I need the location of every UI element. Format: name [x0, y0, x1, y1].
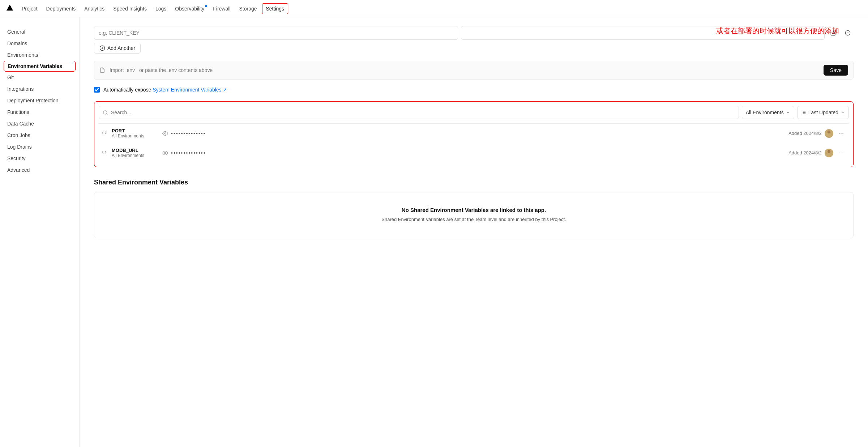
svg-point-15: [828, 131, 830, 133]
sidebar-item-general[interactable]: General: [0, 26, 79, 38]
env-vars-box: All Environments: [94, 101, 854, 167]
import-paste-label: or paste the .env contents above: [139, 67, 213, 73]
var-value-dots-port: ••••••••••••••: [171, 131, 206, 136]
nav-settings[interactable]: Settings: [262, 3, 288, 14]
nav-project[interactable]: Project: [18, 4, 41, 14]
sidebar-item-security[interactable]: Security: [0, 153, 79, 164]
var-name-port: PORT: [112, 128, 159, 133]
code-icon-modb: [102, 150, 107, 156]
svg-point-18: [828, 150, 830, 153]
var-name-modb: MODB_URL: [112, 148, 159, 153]
svg-point-6: [103, 110, 107, 114]
env-filter-dropdown[interactable]: All Environments: [742, 106, 794, 119]
sidebar-item-git[interactable]: Git: [0, 72, 79, 83]
eye-icon-port[interactable]: [162, 131, 168, 136]
file-icon: [99, 67, 105, 73]
svg-point-17: [164, 152, 166, 154]
nav-speed-insights[interactable]: Speed Insights: [110, 4, 150, 14]
remove-button[interactable]: [842, 27, 854, 39]
avatar-port: [825, 129, 833, 138]
edit-button[interactable]: [828, 27, 839, 39]
nav-firewall[interactable]: Firewall: [209, 4, 234, 14]
shared-env-box: No Shared Environment Variables are link…: [94, 192, 854, 238]
shared-empty-title: No Shared Environment Variables are link…: [103, 207, 845, 213]
logo: [6, 4, 14, 13]
sidebar: General Domains Environments Environment…: [0, 17, 80, 447]
main-content: Add Another Import .env or paste the .en…: [80, 17, 868, 447]
code-icon-port: [102, 130, 107, 136]
sidebar-item-cron-jobs[interactable]: Cron Jobs: [0, 129, 79, 141]
var-value-col-port: ••••••••••••••: [162, 131, 785, 136]
var-menu-modb[interactable]: ···: [836, 149, 846, 157]
plus-icon: [99, 45, 105, 51]
nav-observability[interactable]: Observability: [171, 4, 208, 14]
svg-marker-0: [7, 5, 13, 11]
sidebar-item-integrations[interactable]: Integrations: [0, 83, 79, 95]
var-env-modb: All Environments: [112, 153, 159, 158]
nav-storage[interactable]: Storage: [235, 4, 260, 14]
var-value-col-modb: ••••••••••••••: [162, 150, 785, 156]
chevron-down-icon-2: [841, 110, 845, 115]
svg-line-7: [106, 114, 107, 115]
sidebar-item-functions[interactable]: Functions: [0, 106, 79, 118]
sidebar-item-data-cache[interactable]: Data Cache: [0, 118, 79, 129]
sort-icon: [801, 110, 806, 115]
checkbox-label: Automatically expose System Environment …: [103, 87, 227, 93]
sidebar-item-domains[interactable]: Domains: [0, 38, 79, 49]
shared-env-section: Shared Environment Variables No Shared E…: [94, 179, 854, 238]
var-added-port: Added 2024/8/2: [788, 131, 822, 136]
var-row-port: PORT All Environments •••••••••••••• Add…: [99, 123, 849, 143]
nav-deployments[interactable]: Deployments: [43, 4, 80, 14]
layout: General Domains Environments Environment…: [0, 17, 868, 447]
sidebar-item-advanced[interactable]: Advanced: [0, 164, 79, 176]
system-env-vars-link[interactable]: System Environment Variables ↗: [153, 87, 227, 93]
search-filter-row: All Environments: [99, 106, 849, 119]
svg-point-16: [826, 135, 832, 138]
main-inner: Add Another Import .env or paste the .en…: [94, 26, 854, 238]
sidebar-item-deployment-protection[interactable]: Deployment Protection: [0, 95, 79, 106]
var-name-col-modb: MODB_URL All Environments: [112, 148, 159, 158]
svg-point-19: [826, 154, 832, 157]
svg-point-14: [164, 133, 166, 134]
auto-expose-checkbox[interactable]: [94, 87, 100, 93]
avatar-modb: [825, 149, 833, 157]
import-env-row: Import .env or paste the .env contents a…: [94, 61, 854, 80]
external-link-icon: ↗: [223, 87, 227, 93]
import-env-label[interactable]: Import .env: [110, 67, 135, 73]
chevron-down-icon: [786, 110, 790, 115]
var-added-modb: Added 2024/8/2: [788, 150, 822, 156]
sort-dropdown[interactable]: Last Updated: [797, 106, 849, 119]
shared-empty-desc: Shared Environment Variables are set at …: [103, 216, 845, 224]
sidebar-item-log-drains[interactable]: Log Drains: [0, 141, 79, 153]
search-icon: [103, 110, 108, 115]
key-input[interactable]: [94, 26, 458, 40]
search-wrap: [99, 106, 739, 119]
nav-analytics[interactable]: Analytics: [81, 4, 108, 14]
eye-icon-modb[interactable]: [162, 150, 168, 156]
env-var-input-row: [94, 26, 854, 40]
search-input[interactable]: [111, 110, 735, 115]
save-button[interactable]: Save: [824, 65, 848, 76]
add-another-button[interactable]: Add Another: [94, 43, 141, 54]
shared-env-title: Shared Environment Variables: [94, 179, 854, 186]
nav-logs[interactable]: Logs: [152, 4, 170, 14]
var-value-dots-modb: ••••••••••••••: [171, 150, 206, 156]
checkbox-row: Automatically expose System Environment …: [94, 87, 854, 93]
var-meta-port: Added 2024/8/2 ···: [788, 129, 846, 138]
var-meta-modb: Added 2024/8/2 ···: [788, 149, 846, 157]
var-env-port: All Environments: [112, 133, 159, 139]
var-name-col-port: PORT All Environments: [112, 128, 159, 139]
var-menu-port[interactable]: ···: [836, 129, 846, 137]
sidebar-item-environments[interactable]: Environments: [0, 49, 79, 61]
sidebar-item-env-vars[interactable]: Environment Variables: [4, 61, 76, 72]
value-input[interactable]: [461, 26, 825, 40]
var-row-modb-url: MODB_URL All Environments ••••••••••••••…: [99, 143, 849, 162]
top-nav: Project Deployments Analytics Speed Insi…: [0, 0, 868, 17]
